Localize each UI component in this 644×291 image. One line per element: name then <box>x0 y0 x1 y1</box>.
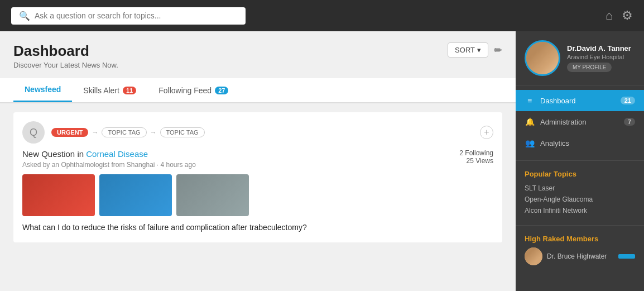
avatar: Q <box>22 121 45 144</box>
urgent-tag: URGENT <box>51 128 88 137</box>
images-row <box>22 174 493 216</box>
dashboard-icon: ≡ <box>525 96 535 106</box>
profile-info: Dr.David A. Tanner Aravind Eye Hospital … <box>567 44 635 72</box>
my-profile-button[interactable]: MY PROFILE <box>567 63 612 72</box>
high-raked-section: High Raked Members Dr. Bruce Highwater <box>516 228 644 272</box>
image-thumb-3 <box>176 174 249 216</box>
popular-topics-section: Popular Topics SLT Laser Open-Angle Glau… <box>516 163 644 223</box>
tags-row: URGENT → TOPIC TAG → TOPIC TAG + <box>51 126 493 139</box>
following-count: 2 Following <box>449 149 493 157</box>
dashboard-header: Dashboard Discover Your Latest News Now.… <box>13 42 502 69</box>
high-raked-title: High Raked Members <box>525 235 635 243</box>
sidebar-item-administration-badge: 7 <box>624 118 635 126</box>
tab-skills-alert-badge: 11 <box>123 87 136 94</box>
question-link[interactable]: Corneal Disease <box>86 149 148 159</box>
nav-icons: ⌂ ⚙ <box>605 8 633 23</box>
topic-item-2[interactable]: Alcon Infiniti Network <box>525 205 635 216</box>
member-name-0: Dr. Bruce Highwater <box>547 252 614 260</box>
arrow-icon: → <box>92 128 98 136</box>
tab-following-feed[interactable]: Following Feed 27 <box>147 78 239 102</box>
sidebar-item-administration-label: Administration <box>540 118 618 126</box>
question-meta: Asked by an Ophthalmologist from Shangha… <box>22 161 449 169</box>
avatar-letter: Q <box>30 127 37 139</box>
member-bar-0 <box>618 254 635 259</box>
sort-label: SORT <box>455 46 475 54</box>
topic-item-1[interactable]: Open-Angle Glaucoma <box>525 194 635 205</box>
top-nav: 🔍 ⌂ ⚙ <box>0 0 644 31</box>
topic-tag-1[interactable]: TOPIC TAG <box>102 127 146 137</box>
sidebar-item-administration[interactable]: 🔔 Administration 7 <box>516 111 644 132</box>
arrow-icon-2: → <box>150 128 157 136</box>
question-title: New Question in Corneal Disease <box>22 149 449 159</box>
page-title: Dashboard <box>13 42 118 60</box>
settings-button[interactable]: ⚙ <box>622 8 633 23</box>
bell-icon: 🔔 <box>525 117 535 127</box>
sidebar-item-dashboard-label: Dashboard <box>540 97 615 105</box>
topic-item-0[interactable]: SLT Laser <box>525 183 635 194</box>
views-count: 25 Views <box>449 157 493 165</box>
member-row-0: Dr. Bruce Highwater <box>525 247 635 265</box>
image-thumb-1 <box>22 174 95 216</box>
profile-name: Dr.David A. Tanner <box>567 44 635 53</box>
profile-avatar <box>525 40 560 76</box>
member-avatar-0 <box>525 247 542 265</box>
feed-card-wrapper: Q URGENT → TOPIC TAG → TOPIC TAG + New <box>13 112 502 242</box>
question-prefix: New Question in <box>22 149 84 159</box>
home-button[interactable]: ⌂ <box>605 8 613 23</box>
tabs-bar: Newsfeed Skills Alert 11 Following Feed … <box>0 78 516 103</box>
avatar-image <box>526 42 559 74</box>
sidebar-item-analytics[interactable]: 👥 Analytics <box>516 132 644 154</box>
add-tag-button[interactable]: + <box>480 126 493 139</box>
page-subtitle: Discover Your Latest News Now. <box>13 61 118 69</box>
center-panel: Dashboard Discover Your Latest News Now.… <box>0 31 516 291</box>
home-icon: ⌂ <box>605 8 613 23</box>
header-actions: SORT ▾ ✏ <box>448 42 502 58</box>
nav-menu: ≡ Dashboard 21 🔔 Administration 7 👥 Anal… <box>516 85 644 158</box>
image-thumb-2 <box>99 174 172 216</box>
sort-button[interactable]: SORT ▾ <box>448 42 488 58</box>
sidebar-divider-2 <box>516 225 644 226</box>
sidebar-item-dashboard[interactable]: ≡ Dashboard 21 <box>516 90 644 111</box>
tab-skills-alert-label: Skills Alert <box>83 86 119 95</box>
tab-following-feed-label: Following Feed <box>158 86 212 95</box>
edit-button[interactable]: ✏ <box>494 44 502 56</box>
right-sidebar: Dr.David A. Tanner Aravind Eye Hospital … <box>516 31 644 291</box>
edit-icon: ✏ <box>494 45 502 56</box>
people-icon: 👥 <box>525 138 535 148</box>
search-bar[interactable]: 🔍 <box>11 7 246 25</box>
main-layout: Dashboard Discover Your Latest News Now.… <box>0 31 644 291</box>
tab-skills-alert[interactable]: Skills Alert 11 <box>72 78 147 102</box>
tab-newsfeed-label: Newsfeed <box>25 85 61 94</box>
sidebar-item-dashboard-badge: 21 <box>621 97 635 104</box>
card-top: Q URGENT → TOPIC TAG → TOPIC TAG + <box>22 121 493 144</box>
search-input[interactable] <box>35 11 238 20</box>
feed-card: Q URGENT → TOPIC TAG → TOPIC TAG + New <box>13 112 502 242</box>
topic-tag-2[interactable]: TOPIC TAG <box>160 127 205 137</box>
sort-chevron-icon: ▾ <box>477 46 481 54</box>
profile-org: Aravind Eye Hospital <box>567 54 635 60</box>
tab-newsfeed[interactable]: Newsfeed <box>13 78 72 102</box>
search-icon: 🔍 <box>19 11 30 21</box>
settings-icon: ⚙ <box>622 8 633 23</box>
member-avatar-image-0 <box>525 247 542 265</box>
sidebar-item-analytics-label: Analytics <box>540 139 635 147</box>
tab-following-feed-badge: 27 <box>215 87 228 94</box>
profile-section: Dr.David A. Tanner Aravind Eye Hospital … <box>516 31 644 85</box>
popular-topics-title: Popular Topics <box>525 170 635 178</box>
sidebar-divider <box>516 160 644 161</box>
card-question-text: What can I do to reduce the risks of fai… <box>22 222 493 233</box>
